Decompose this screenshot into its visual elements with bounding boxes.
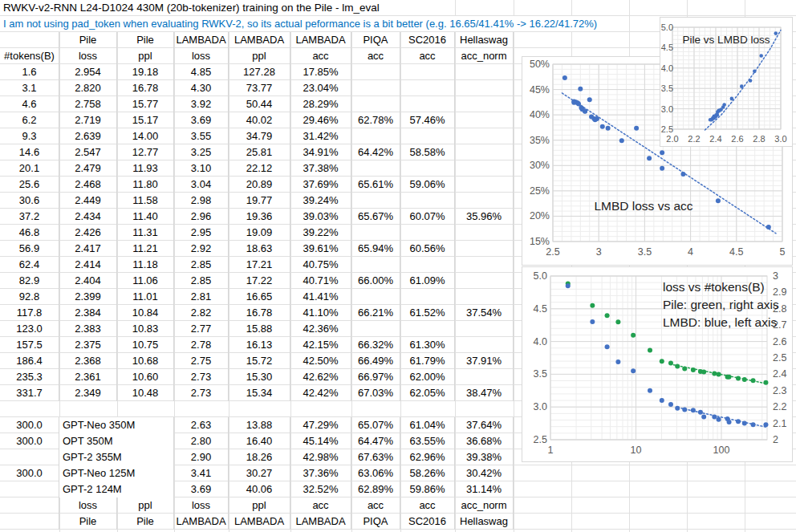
cell[interactable]: [400, 80, 455, 96]
cell[interactable]: 17.21: [229, 257, 290, 273]
cell[interactable]: 39.22%: [290, 225, 351, 241]
cell[interactable]: 64.42%: [351, 144, 400, 160]
cell[interactable]: 22.12: [229, 160, 290, 177]
cell[interactable]: 18.63: [229, 241, 290, 257]
cell[interactable]: 2.82: [174, 305, 229, 321]
cell[interactable]: 10.75: [117, 337, 174, 353]
cell[interactable]: 66.97%: [351, 369, 400, 385]
cell[interactable]: 37.38%: [290, 160, 351, 177]
cell[interactable]: 73.77: [229, 80, 290, 96]
cell[interactable]: 2.375: [59, 337, 117, 353]
cell[interactable]: 65.67%: [351, 209, 400, 225]
cell[interactable]: [351, 321, 400, 337]
cell[interactable]: 2.417: [59, 241, 117, 257]
header-dataset[interactable]: [0, 32, 59, 48]
cell[interactable]: 2.434: [59, 209, 117, 225]
cell[interactable]: 31.42%: [290, 128, 351, 144]
cell[interactable]: 16.40: [229, 433, 290, 449]
cell[interactable]: 42.98%: [290, 449, 351, 465]
cell[interactable]: 17.22: [229, 273, 290, 289]
cell[interactable]: 19.36: [229, 209, 290, 225]
cell[interactable]: 127.28: [229, 64, 290, 80]
cell[interactable]: 2.90: [174, 449, 229, 465]
cell[interactable]: 3.55: [174, 128, 229, 144]
cell[interactable]: [455, 80, 514, 96]
cell[interactable]: 62.96%: [400, 449, 455, 465]
cell[interactable]: 25.81: [229, 144, 290, 160]
header-metric[interactable]: loss: [59, 48, 117, 64]
cell[interactable]: 2.349: [59, 385, 117, 401]
cell[interactable]: 37.36%: [290, 465, 351, 481]
footer-metric[interactable]: ppl: [229, 497, 290, 514]
cell[interactable]: [455, 273, 514, 289]
header-dataset[interactable]: LAMBADA: [290, 32, 351, 48]
header-metric[interactable]: loss: [174, 48, 229, 64]
cell[interactable]: [455, 321, 514, 337]
cell[interactable]: 66.32%: [351, 337, 400, 353]
cell[interactable]: 123.0: [0, 321, 59, 337]
cell[interactable]: 36.68%: [455, 433, 514, 449]
cell[interactable]: 42.62%: [290, 369, 351, 385]
cell-model-name[interactable]: OPT 350M: [59, 433, 174, 449]
cell[interactable]: 2.92: [174, 241, 229, 257]
header-metric[interactable]: acc: [290, 48, 351, 64]
cell[interactable]: 20.89: [229, 177, 290, 193]
cell[interactable]: 4.30: [174, 80, 229, 96]
cell[interactable]: 2.954: [59, 64, 117, 80]
cell[interactable]: 1.6: [0, 64, 59, 80]
cell[interactable]: 17.85%: [290, 64, 351, 80]
footer-dataset[interactable]: Pile: [59, 514, 117, 530]
cell[interactable]: 2.80: [174, 433, 229, 449]
cell[interactable]: 50.44: [229, 96, 290, 112]
cell[interactable]: [351, 225, 400, 241]
cell[interactable]: 60.56%: [400, 241, 455, 257]
cell[interactable]: 3.69: [174, 481, 229, 497]
footer-dataset[interactable]: [0, 514, 59, 530]
cell[interactable]: 3.1: [0, 80, 59, 96]
cell[interactable]: 11.18: [117, 257, 174, 273]
cell[interactable]: 46.8: [0, 225, 59, 241]
cell[interactable]: 331.7: [0, 385, 59, 401]
cell[interactable]: 2.639: [59, 128, 117, 144]
cell[interactable]: 39.03%: [290, 209, 351, 225]
cell[interactable]: 37.54%: [455, 305, 514, 321]
cell[interactable]: 63.55%: [400, 433, 455, 449]
cell[interactable]: 2.98: [174, 193, 229, 209]
chart-loss-vs-tokens[interactable]: 1101002.53.03.54.04.55.022.12.22.32.42.5…: [522, 266, 793, 462]
cell[interactable]: [400, 225, 455, 241]
cell[interactable]: 37.91%: [455, 353, 514, 369]
cell[interactable]: 15.77: [117, 96, 174, 112]
cell[interactable]: 2.75: [174, 353, 229, 369]
cell[interactable]: 30.6: [0, 193, 59, 209]
cell[interactable]: 30.42%: [455, 465, 514, 481]
cell[interactable]: [400, 289, 455, 305]
cell[interactable]: 62.78%: [351, 112, 400, 128]
cell[interactable]: 4.6: [0, 96, 59, 112]
cell[interactable]: 2.77: [174, 321, 229, 337]
cell[interactable]: 34.79: [229, 128, 290, 144]
cell[interactable]: [455, 225, 514, 241]
cell[interactable]: 45.14%: [290, 433, 351, 449]
cell[interactable]: 2.468: [59, 177, 117, 193]
header-metric[interactable]: acc_norm: [455, 48, 514, 64]
cell[interactable]: 40.02: [229, 112, 290, 128]
cell-model-name[interactable]: GPT-2 124M: [59, 481, 174, 497]
cell[interactable]: 56.9: [0, 241, 59, 257]
cell[interactable]: 31.14%: [455, 481, 514, 497]
cell[interactable]: 66.00%: [351, 273, 400, 289]
cell[interactable]: 29.46%: [290, 112, 351, 128]
cell[interactable]: [455, 144, 514, 160]
footer-metric[interactable]: loss: [174, 497, 229, 514]
footer-dataset[interactable]: LAMBADA: [290, 514, 351, 530]
cell[interactable]: [351, 64, 400, 80]
cell[interactable]: [351, 96, 400, 112]
cell[interactable]: 3.92: [174, 96, 229, 112]
cell[interactable]: 235.3: [0, 369, 59, 385]
cell[interactable]: 62.05%: [400, 385, 455, 401]
cell[interactable]: 2.73: [174, 385, 229, 401]
cell[interactable]: 25.6: [0, 177, 59, 193]
cell[interactable]: [455, 193, 514, 209]
cell[interactable]: 10.84: [117, 305, 174, 321]
cell-model-name[interactable]: GPT-2 355M: [59, 449, 174, 465]
cell[interactable]: 2.383: [59, 321, 117, 337]
